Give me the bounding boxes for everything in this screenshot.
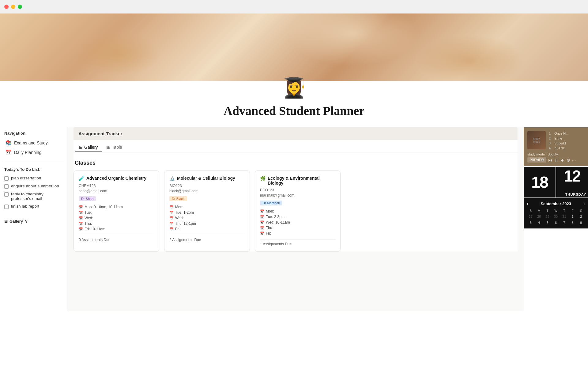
todo-checkbox-4[interactable] xyxy=(4,205,9,209)
right-panel: studymode 1 Once N... 2 E the 3 xyxy=(524,127,588,311)
calendar-widget: ‹ September 2023 › S M T W T F S 27 28 2… xyxy=(524,198,588,228)
todo-item-4: finish lab report xyxy=(3,202,64,210)
todo-label-3: reply to chemistry professor's email xyxy=(11,192,63,201)
cal-day-27[interactable]: 27 xyxy=(527,214,534,219)
bio-sched-tue: 📅 Tue: 1-2pm xyxy=(169,210,245,215)
cal-header-w: W xyxy=(552,209,560,213)
cal-day-8[interactable]: 8 xyxy=(569,220,576,225)
spotify-preview-button[interactable]: PREVIEW xyxy=(527,157,546,163)
sidebar-divider xyxy=(3,161,64,161)
eco-sched-fri: 📅 Fri: xyxy=(260,231,335,236)
class-title-eco: 🌿 Ecology & Environmental Biology xyxy=(260,176,335,186)
titlebar xyxy=(0,0,588,13)
clock-widget: 18 12 THURSDAY xyxy=(524,167,588,197)
eco-email: marshall@gmail.com xyxy=(260,193,335,197)
chem-sched-fri: 📅 Fri: 10-11am xyxy=(79,226,154,232)
cal-day-9[interactable]: 9 xyxy=(577,220,585,225)
daily-planning-icon: 📅 xyxy=(6,149,12,155)
gallery-tab-icon: ⊞ xyxy=(79,145,83,150)
add-track-icon[interactable]: ⊕ xyxy=(567,158,570,163)
cal-day-28[interactable]: 28 xyxy=(535,214,543,219)
table-tab-icon: ▦ xyxy=(106,145,110,150)
cal-header-s1: S xyxy=(527,209,534,213)
bio-sched-thu: 📅 Thu: 12-1pm xyxy=(169,221,245,226)
todo-checkbox-3[interactable] xyxy=(4,192,9,197)
todo-label-2: enquire about summer job xyxy=(11,184,59,188)
gallery-text: Gallery xyxy=(9,219,23,224)
calendar-next-button[interactable]: › xyxy=(583,201,585,206)
cal-day-3[interactable]: 3 xyxy=(527,220,534,225)
bio-emoji: 🔬 xyxy=(169,176,175,181)
play-icon[interactable]: ⏸ xyxy=(554,158,559,163)
next-track-icon[interactable]: ⏭ xyxy=(560,158,565,163)
eco-title-text: Ecology & Environmental Biology xyxy=(268,176,335,186)
track-num-1: 1 xyxy=(549,132,552,135)
calendar-month-year: September 2023 xyxy=(541,201,571,206)
cal-day-6[interactable]: 6 xyxy=(552,220,560,225)
track-num-2: 2 xyxy=(549,136,552,140)
eco-sched-tue: 📅 Tue: 2-3pm xyxy=(260,214,335,220)
calendar-prev-button[interactable]: ‹ xyxy=(527,201,528,206)
sidebar-item-daily-planning[interactable]: 📅 Daily Planning xyxy=(3,148,64,157)
sidebar-bottom: ⊞ Gallery ∨ xyxy=(3,217,64,226)
cal-day-2[interactable]: 2 xyxy=(577,214,585,219)
calendar-header: ‹ September 2023 › xyxy=(527,201,585,206)
bio-professor-badge: Dr Black xyxy=(169,196,187,201)
more-options-icon[interactable]: ··· xyxy=(572,158,576,163)
todo-title: Today's To Do List: xyxy=(3,165,64,174)
class-card-bio: 🔬 Molecular & Cellular Biology BIO123 bl… xyxy=(164,171,250,251)
maximize-button[interactable] xyxy=(18,5,22,9)
chem-sched-mon: 📅 Mon: 9-10am, 10-11am xyxy=(79,204,154,210)
cal-day-7[interactable]: 7 xyxy=(560,220,568,225)
minimize-button[interactable] xyxy=(11,5,15,9)
sidebar: Navigation 📚 Exams and Study 📅 Daily Pla… xyxy=(0,127,67,311)
tab-gallery[interactable]: ⊞ Gallery xyxy=(75,143,102,152)
spotify-inner: studymode 1 Once N... 2 E the 3 xyxy=(527,131,584,151)
todo-label-4: finish lab report xyxy=(11,204,39,209)
cal-day-29[interactable]: 29 xyxy=(544,214,551,219)
cal-day-4[interactable]: 4 xyxy=(535,220,543,225)
cal-day-1[interactable]: 1 xyxy=(569,214,576,219)
chem-sched-wed: 📅 Wed: xyxy=(79,215,154,221)
chem-professor-badge: Dr Shah xyxy=(79,196,96,201)
tab-table[interactable]: ▦ Table xyxy=(102,143,126,152)
page-wrapper: 👩‍🎓 Advanced Student Planner Navigation … xyxy=(0,81,588,311)
spotify-tracks: 1 Once N... 2 E the 3 Superbl 4 xyxy=(549,131,584,151)
spotify-widget: studymode 1 Once N... 2 E the 3 xyxy=(524,127,588,166)
eco-assignments-due: 1 Assignments Due xyxy=(260,239,335,246)
bio-email: black@gmail.com xyxy=(169,189,245,193)
track-title-4: IS AND xyxy=(554,146,565,150)
classes-grid: 🧪 Advanced Organic Chemistry CHEM123 sha… xyxy=(74,171,518,251)
gallery-label[interactable]: ⊞ Gallery ∨ xyxy=(4,219,63,224)
track-4: 4 IS AND xyxy=(549,146,584,151)
class-title-chem: 🧪 Advanced Organic Chemistry xyxy=(79,176,154,181)
main-layout: Navigation 📚 Exams and Study 📅 Daily Pla… xyxy=(0,127,588,311)
track-3: 3 Superbl xyxy=(549,141,584,146)
todo-checkbox-1[interactable] xyxy=(4,176,9,181)
cal-day-30[interactable]: 30 xyxy=(552,214,560,219)
chem-sched-thu: 📅 Thu: xyxy=(79,221,154,226)
cal-header-t2: T xyxy=(560,209,568,213)
prev-track-icon[interactable]: ⏮ xyxy=(548,158,552,163)
chem-title-text: Advanced Organic Chemistry xyxy=(86,176,146,181)
bio-sched-fri: 📅 Fri: xyxy=(169,226,245,232)
sidebar-item-exams[interactable]: 📚 Exams and Study xyxy=(3,138,64,148)
track-title-2: E the xyxy=(554,136,562,140)
close-button[interactable] xyxy=(4,5,9,9)
chem-emoji: 🧪 xyxy=(79,176,85,181)
cal-day-5[interactable]: 5 xyxy=(544,220,551,225)
todo-item-1: plan dissertation xyxy=(3,174,64,182)
chem-code: CHEM123 xyxy=(79,184,154,188)
bio-assignments-due: 2 Assignments Due xyxy=(169,235,245,242)
cal-day-31[interactable]: 31 xyxy=(560,214,568,219)
todo-checkbox-2[interactable] xyxy=(4,184,9,189)
todo-item-2: enquire about summer job xyxy=(3,182,64,190)
class-title-bio: 🔬 Molecular & Cellular Biology xyxy=(169,176,245,181)
eco-code: ECO123 xyxy=(260,188,335,192)
spotify-controls: PREVIEW ⏮ ⏸ ⏭ ⊕ ··· xyxy=(527,157,584,163)
chevron-down-icon: ∨ xyxy=(25,219,28,224)
navigation-header: Navigation xyxy=(3,127,64,138)
calendar-grid: S M T W T F S 27 28 29 30 31 1 2 3 xyxy=(527,209,585,225)
track-1: 1 Once N... xyxy=(549,131,584,136)
chem-assignments-due: 0 Assignments Due xyxy=(79,235,154,242)
